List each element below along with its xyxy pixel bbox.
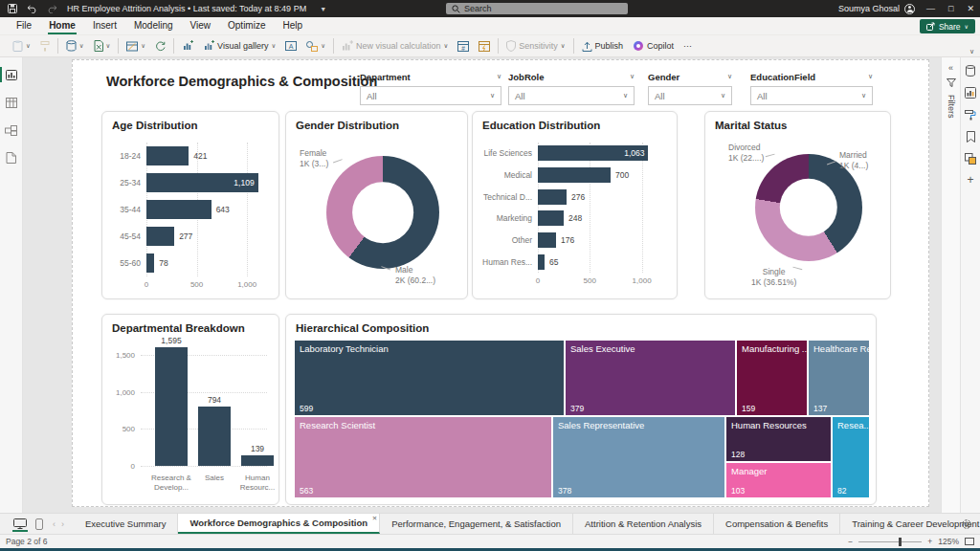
- visual-departmental-breakdown[interactable]: Departmental Breakdown1,5001,00050001,59…: [101, 314, 279, 505]
- slicer-header[interactable]: Gender∨: [648, 70, 732, 83]
- minimize-button[interactable]: —: [926, 4, 935, 13]
- slicer-header[interactable]: Department∨: [360, 70, 501, 83]
- visual-gallery-button[interactable]: Visual gallery∨: [198, 38, 280, 54]
- new-visual-button[interactable]: [177, 38, 198, 54]
- data-label: 421: [193, 151, 207, 161]
- account-button[interactable]: Soumya Ghosal: [838, 4, 915, 14]
- report-page[interactable]: Workforce Demographics & Composition Dep…: [72, 59, 929, 507]
- chevron-down-icon: ∨: [106, 42, 111, 50]
- treemap-tile[interactable]: Sales Executive379: [565, 340, 736, 416]
- page-tab[interactable]: Training & Career Development: [840, 514, 980, 534]
- bar[interactable]: [538, 210, 564, 226]
- menu-modeling[interactable]: Modeling: [125, 18, 182, 33]
- fit-to-page-icon[interactable]: [965, 538, 974, 545]
- page-tab[interactable]: Compensation & Benefits: [714, 514, 840, 534]
- quick-measure-button[interactable]: [474, 39, 495, 54]
- treemap-tile[interactable]: Resea...82: [832, 416, 870, 498]
- treemap-tile[interactable]: Healthcare Re...137: [808, 340, 870, 416]
- menu-view[interactable]: View: [182, 18, 220, 33]
- expand-filters-icon[interactable]: «: [948, 63, 953, 73]
- model-view-icon[interactable]: [0, 122, 23, 138]
- menu-home[interactable]: Home: [40, 18, 84, 33]
- filters-pane-label[interactable]: Filters: [947, 95, 956, 119]
- treemap-tile[interactable]: Manufacturing ...159: [736, 340, 808, 416]
- zoom-out-button[interactable]: −: [848, 537, 853, 546]
- menu-optimize[interactable]: Optimize: [219, 18, 274, 33]
- mobile-layout-icon[interactable]: [35, 514, 43, 534]
- dax-query-view-icon[interactable]: [0, 150, 23, 165]
- page-tab[interactable]: Attrition & Retention Analysis: [573, 514, 714, 534]
- bar[interactable]: [241, 455, 274, 466]
- bar[interactable]: [538, 232, 556, 248]
- page-tab[interactable]: Performance, Engagement, & Satisfaction: [380, 514, 573, 534]
- more-button[interactable]: ···: [679, 39, 697, 53]
- share-button[interactable]: Share ∨: [920, 19, 975, 33]
- bar[interactable]: [146, 227, 174, 246]
- desktop-layout-icon[interactable]: [13, 514, 27, 534]
- save-icon[interactable]: [8, 4, 17, 13]
- prev-page-icon[interactable]: ‹: [53, 519, 56, 529]
- bar[interactable]: [198, 407, 231, 466]
- slicer-header[interactable]: JobRole∨: [508, 70, 635, 83]
- bar[interactable]: [146, 200, 212, 219]
- undo-icon[interactable]: [27, 5, 37, 13]
- collapse-ribbon-icon[interactable]: ∨: [969, 48, 974, 55]
- close-button[interactable]: ✕: [967, 4, 974, 13]
- page-tab[interactable]: Executive Summary: [74, 514, 178, 534]
- selection-pane-icon[interactable]: [965, 153, 976, 165]
- bar[interactable]: [146, 253, 154, 273]
- visual-hierarchical-composition[interactable]: Hierarchical CompositionLaboratory Techn…: [285, 314, 877, 505]
- treemap-tile[interactable]: Human Resources128: [725, 416, 832, 462]
- zoom-slider[interactable]: [858, 541, 922, 542]
- visual-gender-distribution[interactable]: Gender DistributionMale2K (60.2...)Femal…: [285, 111, 468, 299]
- menu-file[interactable]: File: [8, 18, 40, 33]
- maximize-button[interactable]: □: [948, 4, 953, 13]
- bookmark-icon[interactable]: [967, 131, 975, 143]
- report-view-icon[interactable]: [0, 67, 23, 82]
- treemap-tile[interactable]: Sales Representative378: [552, 416, 725, 498]
- text-box-button[interactable]: A: [280, 39, 301, 53]
- slicer-header[interactable]: EducationField∨: [750, 70, 873, 83]
- zoom-in-button[interactable]: +: [927, 537, 932, 546]
- add-pane-icon[interactable]: +: [967, 175, 973, 185]
- paste-button: ∨: [8, 38, 35, 54]
- treemap-tile[interactable]: Manager103: [725, 462, 832, 498]
- donut-chart[interactable]: [326, 156, 439, 269]
- bar[interactable]: [155, 347, 188, 466]
- bar[interactable]: [538, 189, 567, 205]
- build-visual-icon[interactable]: [965, 87, 976, 99]
- refresh-button[interactable]: [150, 39, 170, 54]
- slicer-dropdown[interactable]: All∨: [750, 86, 873, 105]
- copilot-button[interactable]: Copilot: [628, 38, 679, 54]
- filter-funnel-icon[interactable]: [947, 78, 956, 87]
- transform-data-button[interactable]: ∨: [122, 39, 150, 54]
- slicer-dropdown[interactable]: All∨: [360, 86, 501, 105]
- visual-education-distribution[interactable]: Education Distribution05001,000Life Scie…: [472, 111, 678, 299]
- slicer-dropdown[interactable]: All∨: [508, 86, 635, 105]
- data-pane-icon[interactable]: [966, 65, 975, 77]
- excel-workbook-button[interactable]: ∨: [89, 38, 116, 54]
- treemap-tile[interactable]: Laboratory Technician599: [294, 340, 565, 416]
- menu-insert[interactable]: Insert: [84, 18, 125, 33]
- bar[interactable]: [146, 146, 189, 165]
- format-pane-icon[interactable]: [965, 109, 976, 121]
- title-dropdown-caret[interactable]: ▼: [320, 6, 326, 12]
- table-view-icon[interactable]: [0, 95, 23, 110]
- visual-age-distribution[interactable]: Age Distribution05001,00018-2442125-341,…: [101, 111, 279, 299]
- bar[interactable]: [538, 167, 611, 183]
- new-measure-button[interactable]: #: [453, 39, 474, 54]
- zoom-slider-thumb[interactable]: [899, 538, 902, 546]
- close-tab-icon[interactable]: ✕: [372, 515, 377, 522]
- settings-gear-icon[interactable]: [961, 514, 972, 535]
- page-tab[interactable]: Workforce Demographics & Composition✕: [178, 514, 380, 534]
- next-page-icon[interactable]: ›: [61, 519, 64, 529]
- visual-marital-status[interactable]: Marital StatusMarried1K (4...)Single1K (…: [704, 111, 891, 299]
- more-visuals-button[interactable]: ∨: [301, 39, 330, 54]
- menu-help[interactable]: Help: [274, 18, 311, 33]
- treemap-tile[interactable]: Research Scientist563: [294, 416, 552, 498]
- get-data-button[interactable]: ∨: [61, 38, 89, 54]
- publish-button[interactable]: Publish: [577, 39, 629, 54]
- slicer-dropdown[interactable]: All∨: [648, 86, 732, 105]
- bar[interactable]: [538, 254, 545, 270]
- search-box[interactable]: Search: [446, 3, 628, 14]
